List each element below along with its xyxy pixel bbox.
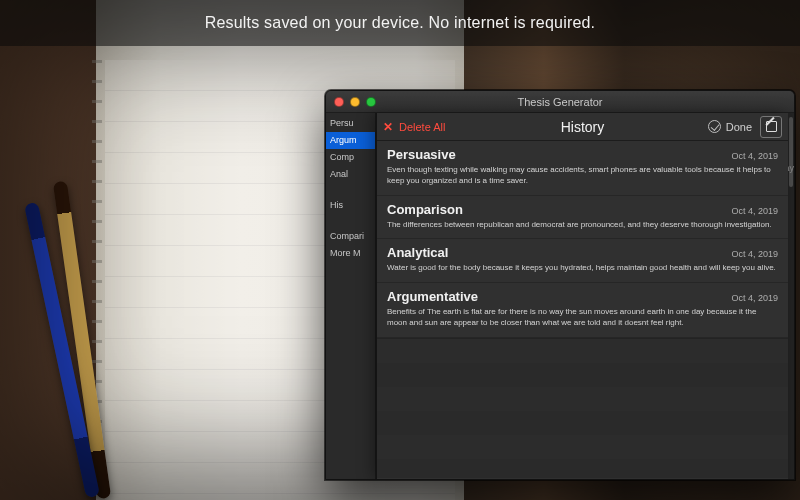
sidebar-item-analytical[interactable]: Anal	[326, 166, 375, 183]
window-titlebar[interactable]: Thesis Generator	[326, 91, 794, 113]
entry-date: Oct 4, 2019	[731, 249, 778, 259]
history-entry[interactable]: Comparison Oct 4, 2019 The differences b…	[377, 196, 788, 240]
app-window: Thesis Generator Persu Argum Comp Anal H…	[325, 90, 795, 480]
history-list[interactable]: Persuasive Oct 4, 2019 Even though texti…	[377, 141, 788, 479]
caption-text: Results saved on your device. No interne…	[205, 14, 596, 32]
empty-rows	[377, 338, 788, 478]
history-entry[interactable]: Analytical Oct 4, 2019 Water is good for…	[377, 239, 788, 283]
entry-date: Oct 4, 2019	[731, 293, 778, 303]
window-title: Thesis Generator	[326, 96, 794, 108]
history-title: History	[377, 119, 788, 135]
entry-body: Benefits of The earth is flat are for th…	[387, 307, 778, 329]
compose-button[interactable]	[760, 116, 782, 138]
sidebar-item-history[interactable]: His	[326, 197, 375, 214]
entry-type: Comparison	[387, 202, 463, 217]
entry-body: Even though texting while walking may ca…	[387, 165, 778, 187]
sidebar-item-more[interactable]: More M	[326, 245, 375, 262]
entry-body: Water is good for the body because it ke…	[387, 263, 778, 274]
entry-type: Persuasive	[387, 147, 456, 162]
entry-date: Oct 4, 2019	[731, 206, 778, 216]
scrollbar-thumb[interactable]	[789, 117, 793, 187]
history-sheet: ✕ Delete All History Done Persuasive O	[376, 113, 788, 479]
sidebar-item-compare[interactable]: Compari	[326, 228, 375, 245]
main-pane: lay ✕ Delete All History Done	[376, 113, 794, 479]
sidebar-item-persuasive[interactable]: Persu	[326, 115, 375, 132]
history-header: ✕ Delete All History Done	[377, 113, 788, 141]
sidebar: Persu Argum Comp Anal His Compari More M	[326, 113, 376, 479]
entry-date: Oct 4, 2019	[731, 151, 778, 161]
window-body: Persu Argum Comp Anal His Compari More M…	[326, 113, 794, 479]
entry-type: Argumentative	[387, 289, 478, 304]
sidebar-item-comparison[interactable]: Comp	[326, 149, 375, 166]
history-entry[interactable]: Argumentative Oct 4, 2019 Benefits of Th…	[377, 283, 788, 338]
sidebar-item-argumentative[interactable]: Argum	[326, 132, 375, 149]
entry-type: Analytical	[387, 245, 448, 260]
caption-banner: Results saved on your device. No interne…	[0, 0, 800, 46]
entry-body: The differences between republican and d…	[387, 220, 778, 231]
history-entry[interactable]: Persuasive Oct 4, 2019 Even though texti…	[377, 141, 788, 196]
